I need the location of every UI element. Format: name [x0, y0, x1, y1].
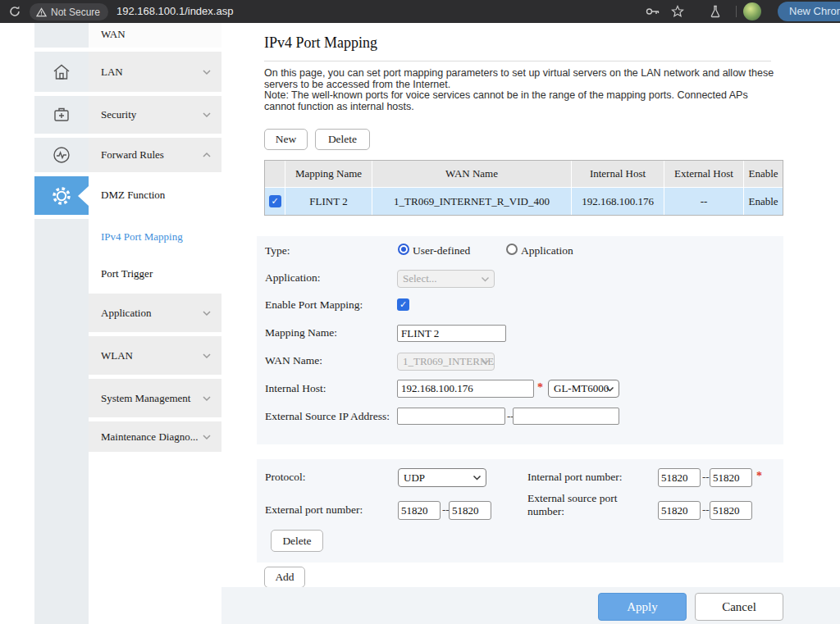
pulse-gauge-icon: [51, 144, 72, 166]
password-key-icon[interactable]: [646, 6, 660, 17]
rail-cell-top: [34, 23, 89, 48]
warning-icon: [36, 7, 47, 17]
sidebar-item-system-management[interactable]: System Management: [89, 379, 221, 417]
cell-wan-name: 1_TR069_INTERNET_R_VID_400: [372, 187, 572, 215]
profile-avatar[interactable]: [743, 2, 761, 20]
type-label: Type:: [265, 244, 290, 257]
sidebar-item-wlan[interactable]: WLAN: [89, 336, 221, 375]
diagnose-nav-button[interactable]: [34, 138, 89, 172]
header-wan-name: WAN Name: [372, 161, 572, 187]
sidebar-item-forward-rules[interactable]: Forward Rules: [89, 138, 221, 172]
sidebar-item-lan[interactable]: LAN: [89, 52, 221, 92]
forward-rules-nav-button[interactable]: [34, 176, 89, 215]
enable-port-mapping-checkbox[interactable]: ✓: [397, 298, 409, 311]
new-button[interactable]: New: [264, 129, 308, 150]
bookmark-star-icon[interactable]: [671, 5, 684, 18]
internal-host-label: Internal Host:: [265, 382, 326, 395]
table-row[interactable]: ✓ FLINT 2 1_TR069_INTERNET_R_VID_400 192…: [265, 187, 783, 215]
first-aid-kit-icon: [51, 104, 72, 125]
external-source-ip-start-input[interactable]: [397, 408, 505, 425]
application-select: Select...: [397, 270, 495, 288]
radio-application[interactable]: [506, 244, 518, 255]
table-header-row: Mapping Name WAN Name Internal Host Exte…: [265, 161, 783, 187]
delete-rule-button[interactable]: Delete: [271, 530, 323, 552]
sidebar-item-ipv4-port-mapping[interactable]: IPv4 Port Mapping: [89, 218, 221, 256]
internal-host-input[interactable]: [397, 380, 534, 398]
radio-application-label: Application: [521, 244, 573, 257]
internal-host-device-select[interactable]: GL-MT6000: [548, 380, 619, 398]
home-icon: [51, 61, 72, 83]
chevron-down-icon: [481, 359, 490, 365]
port-rule-panel: Protocol: UDP Internal port number: -- *…: [257, 459, 783, 563]
reload-icon[interactable]: [8, 5, 21, 18]
address-bar-url[interactable]: 192.168.100.1/index.asp: [116, 0, 233, 23]
sidebar-item-wan[interactable]: WAN: [89, 23, 221, 48]
sidebar-item-label: DMZ Function: [101, 189, 165, 202]
sidebar-item-maintenance-diagnose[interactable]: Maintenance Diagno...: [89, 421, 221, 452]
external-port-label: External port number:: [265, 503, 363, 517]
selected-notch: [78, 186, 89, 206]
cell-mapping-name: FLINT 2: [285, 187, 372, 215]
toolbar-separator: [736, 6, 737, 17]
radio-user-defined[interactable]: [398, 244, 409, 255]
sidebar-item-label: Port Trigger: [101, 267, 153, 280]
chevron-down-icon: [202, 353, 212, 359]
chevron-down-icon: [202, 69, 212, 75]
range-separator: --: [702, 471, 710, 484]
wan-name-label: WAN Name:: [265, 354, 322, 367]
external-port-start-input[interactable]: [398, 501, 441, 520]
rail-cell-bottom: [34, 219, 89, 624]
header-enable: Enable: [744, 161, 783, 187]
page-note: Note: The well-known ports for voice ser…: [264, 90, 781, 112]
sidebar-item-application[interactable]: Application: [89, 294, 221, 332]
chevron-down-icon: [202, 310, 212, 317]
home-nav-button[interactable]: [34, 52, 89, 92]
cancel-button[interactable]: Cancel: [695, 593, 783, 621]
cell-internal-host: 192.168.100.176: [572, 187, 664, 215]
external-source-ip-end-input[interactable]: [513, 408, 619, 425]
browser-toolbar: Not Secure 192.168.100.1/index.asp New C…: [0, 0, 840, 23]
experiments-flask-icon[interactable]: [709, 5, 722, 18]
sidebar-item-label: Forward Rules: [101, 148, 202, 162]
page-description: On this page, you can set port mapping p…: [264, 68, 781, 90]
protocol-select[interactable]: UDP: [398, 468, 486, 487]
sidebar-item-label: WLAN: [101, 349, 202, 362]
sidebar-item-label: IPv4 Port Mapping: [101, 230, 183, 244]
chevron-down-icon: [472, 475, 482, 481]
add-button[interactable]: Add: [264, 567, 305, 588]
sidebar-item-dmz-function[interactable]: DMZ Function: [89, 176, 221, 214]
not-secure-chip[interactable]: Not Secure: [30, 3, 108, 20]
external-source-ip-label: External Source IP Address:: [265, 410, 390, 423]
external-port-end-input[interactable]: [449, 501, 491, 520]
radio-user-defined-label: User-defined: [413, 244, 470, 257]
apply-button[interactable]: Apply: [598, 593, 687, 621]
sidebar-item-label: Maintenance Diagno...: [101, 430, 202, 444]
chevron-down-icon: [202, 395, 212, 402]
sidebar-item-port-trigger[interactable]: Port Trigger: [89, 255, 221, 292]
external-source-port-end-input[interactable]: [710, 501, 752, 520]
external-source-port-label: External source port number:: [527, 492, 626, 518]
mapping-name-label: Mapping Name:: [265, 326, 337, 339]
sidebar-item-security[interactable]: Security: [89, 96, 221, 134]
chevron-up-icon: [202, 152, 212, 158]
protocol-label: Protocol:: [265, 471, 306, 484]
internal-port-label: Internal port number:: [527, 471, 622, 484]
security-nav-button[interactable]: [34, 96, 89, 134]
port-mapping-table: Mapping Name WAN Name Internal Host Exte…: [264, 160, 783, 216]
gear-icon: [52, 186, 71, 206]
range-separator: --: [702, 503, 710, 517]
delete-button[interactable]: Delete: [315, 129, 370, 150]
mapping-name-input[interactable]: [397, 325, 506, 342]
wan-name-select: 1_TR069_INTERNE: [397, 353, 495, 371]
chevron-down-icon: [605, 386, 614, 392]
sidebar-item-label: Security: [101, 108, 202, 121]
sidebar-item-label: Application: [101, 307, 202, 320]
page-title: IPv4 Port Mapping: [264, 34, 377, 52]
external-source-port-start-input[interactable]: [658, 501, 701, 520]
internal-port-start-input[interactable]: [658, 468, 701, 487]
header-external-host: External Host: [664, 161, 744, 187]
row-checkbox[interactable]: ✓: [269, 195, 281, 207]
new-chrome-button[interactable]: New Chrom: [778, 2, 840, 21]
internal-port-end-input[interactable]: [710, 468, 752, 487]
required-marker: *: [756, 470, 762, 483]
